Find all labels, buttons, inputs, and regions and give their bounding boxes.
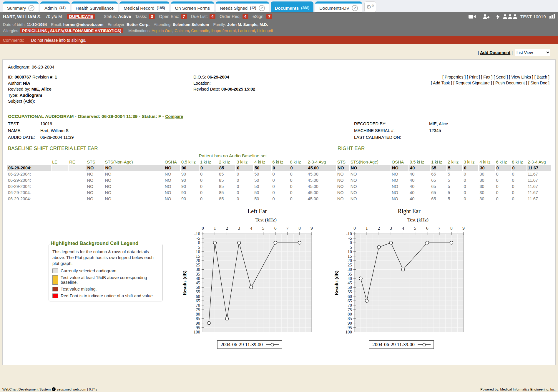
tab-documents-dv[interactable]: Documents-DV ↗ [315,1,362,12]
subject-add-link[interactable]: Add [25,99,32,104]
pipe: | [512,50,513,55]
column-header: RE [68,159,86,165]
tab-needs-signed[interactable]: Needs Signed (12) ↗ [216,1,269,12]
bar-chart-icon[interactable] [549,14,555,19]
allergies-badge[interactable]: PENICILLINS , SULFA(SULFONAMIDE ANTIBIOT… [20,28,123,33]
tab-admin[interactable]: Admin (41) [40,1,70,12]
svg-text:95: 95 [348,325,352,330]
stat-count-badge[interactable]: 4 [210,14,215,19]
baseline-title-left: BASELINE SHIFT CRITERIA LEFT EAR [8,146,98,151]
tab-label: Documents [275,6,299,11]
svg-text:45: 45 [196,281,200,285]
action-link-batch[interactable]: Batch [537,75,547,79]
tab-documents[interactable]: Documents (288) [271,1,314,12]
external-link-icon[interactable]: ↗ [352,5,358,11]
cell-value: 0 [289,196,307,202]
patient-name: HART, WILLIAM S. [3,14,41,19]
tab-summary[interactable]: Summary ↗ [3,1,39,12]
stat-count-badge[interactable]: 3 [149,14,155,19]
stat-count-badge[interactable]: 4 [243,14,248,19]
action-link-view-links[interactable]: View Links [511,75,531,79]
info-label: TEST: [8,121,40,127]
external-link-icon[interactable]: ↗ [28,5,34,11]
settings-button[interactable]: ⚙⚙ [364,1,376,12]
author-label: Author: [8,81,22,86]
cell-value: 0 [289,177,307,184]
svg-text:80: 80 [196,312,200,316]
cell-value: NO [336,171,350,177]
duplicate-badge[interactable]: DUPLICATE [67,14,95,19]
action-link-add-task[interactable]: Add Task [433,81,450,85]
action-link-send[interactable]: Send [496,75,506,79]
cell-value: NO [391,196,409,202]
cell-value: 11.67 [527,196,552,202]
field-label: Date of birth: [3,22,27,27]
cell-value: 0 [463,171,479,177]
svg-text:40: 40 [196,276,200,281]
column-header: OSHA [391,159,409,165]
cell-value: 45.00 [307,171,336,177]
row-date: 06-29-2004: [7,190,51,196]
info-value: MIE, Alice [429,121,448,126]
medication-link[interactable]: Lisinopril [257,29,273,33]
cell-value: 0 [236,184,253,190]
action-link-print[interactable]: Print [469,75,478,79]
table-row[interactable]: 06-29-2004:NONONO900850500045.00NONONO40… [7,184,552,190]
stat-label: eSign: [253,14,265,19]
tab-health-surveillance[interactable]: Health Surveillance [72,1,118,12]
tab-label: On Screen Forms [175,6,210,11]
cell-value: NO [336,190,350,196]
stat-count-badge[interactable]: 7 [266,14,272,19]
svg-text:1: 1 [214,226,216,231]
column-header: 0.5 kHz [409,159,430,165]
table-row[interactable]: 06-29-2004:NONONO900850500045.00NONONO40… [7,171,552,177]
svg-text:7: 7 [286,226,289,231]
document-title: Audiogram: 06-29-2004 [8,64,551,69]
svg-text:5: 5 [198,245,200,249]
tab-medical-record[interactable]: Medical Record (185) [119,1,169,12]
table-row[interactable]: 06-29-2004:NONONO900850500045.00NONONO40… [7,165,552,171]
table-row[interactable]: 06-29-2004:NONONO900850500045.00NONONO40… [7,190,552,196]
add-document-link[interactable]: Add Document [480,50,510,55]
cell-value: 0 [511,196,527,202]
cell-value: 0 [199,171,218,177]
view-mode-select[interactable]: List View [515,49,550,56]
action-link-properties[interactable]: Properties [445,75,464,79]
cell-legend-item: Test value missing. [52,287,159,291]
add-person-icon[interactable] [482,14,489,19]
info-label: AUDIO DATE: [8,134,40,141]
action-link-request-signature[interactable]: Request Signature [456,81,490,85]
table-row[interactable]: 06-29-2004:NONONO900850500045.00NONONO40… [7,196,552,202]
cell-legend-description: This legend is for the column & rows of … [52,249,159,266]
audiogram-info-right: RECORDED BY:MIE, AliceMACHINE SERIAL #:1… [354,121,448,141]
patient-age-sex: 70 y/o M [46,14,62,19]
cell-value [51,165,68,171]
action-link-fax[interactable]: Fax [483,75,490,79]
stat-count-badge[interactable]: 7 [181,14,187,19]
medication-link[interactable]: Lasix oral [238,29,255,33]
divider [493,14,493,19]
compare-link[interactable]: Compare [165,114,183,119]
medication-link[interactable]: ibuprofen oral [211,29,236,33]
stat-label: Open Enc: [159,14,179,19]
lightning-icon[interactable] [496,14,500,19]
medication-link[interactable]: Calcium [175,29,189,33]
document-panel: Audiogram: 06-29-2004 ID: 0000767 Revisi… [2,59,556,365]
revised-by-link[interactable]: MIE, Alice [31,87,52,91]
cell-value: 0 [236,177,253,184]
table-row[interactable]: 06-29-2004:NONONO900850500045.00NONONO40… [7,177,552,184]
action-link-sign-doc[interactable]: Sign Doc [530,81,547,85]
external-link-icon[interactable]: ↗ [259,5,265,11]
tab-on-screen-forms[interactable]: On Screen Forms [171,1,214,12]
video-camera-icon[interactable] [469,14,476,19]
cell-value: 11.67 [527,184,552,190]
revision-value: 1 [55,75,57,79]
medication-link[interactable]: Aspirin Oral [152,29,172,33]
comments-text: Do not release info to siblings. [31,38,87,43]
info-icon[interactable]: i [52,387,56,391]
patients-group-icon[interactable] [503,14,517,19]
action-link-push-document[interactable]: Push Document [495,81,525,85]
medication-link[interactable]: Coumadin [191,29,209,33]
info-row: NAME:Hart, William S [8,127,551,134]
document-id-link[interactable]: 0000767 [15,75,31,79]
